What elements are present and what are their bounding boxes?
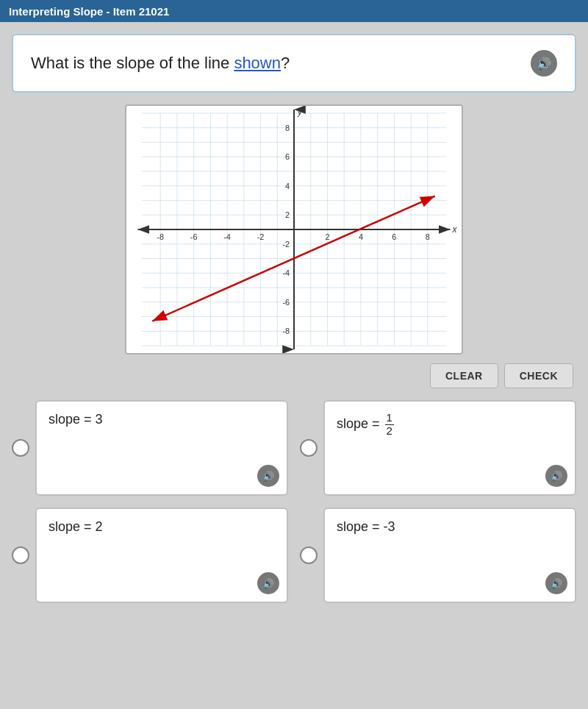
svg-text:x: x — [451, 224, 457, 235]
choice-a-speaker[interactable]: 🔊 — [257, 465, 279, 487]
svg-text:-4: -4 — [282, 268, 290, 277]
svg-text:-6: -6 — [190, 232, 198, 241]
choice-b-radio[interactable] — [300, 439, 318, 457]
title-bar: Interpreting Slope - Item 21021 — [0, 0, 588, 22]
svg-text:-4: -4 — [223, 232, 231, 241]
clear-button[interactable]: CLEAR — [430, 363, 498, 388]
choice-a-label: slope = 3 — [49, 412, 103, 427]
choice-b-speaker[interactable]: 🔊 — [545, 465, 567, 487]
choice-c-speaker[interactable]: 🔊 — [257, 572, 279, 594]
question-box: What is the slope of the line shown? 🔊 — [12, 34, 576, 93]
choice-c-radio[interactable] — [12, 546, 29, 564]
choice-c-speaker-icon: 🔊 — [262, 578, 274, 589]
choice-d-label: slope = -3 — [337, 519, 395, 535]
question-text: What is the slope of the line shown? — [31, 54, 290, 73]
svg-text:6: 6 — [392, 232, 396, 241]
svg-text:-8: -8 — [157, 232, 164, 241]
choice-c-wrapper: slope = 2 🔊 — [12, 507, 288, 603]
question-link[interactable]: shown — [234, 54, 281, 72]
svg-text:-8: -8 — [282, 327, 290, 335]
svg-text:6: 6 — [285, 152, 290, 161]
choice-d-radio[interactable] — [300, 546, 318, 564]
choice-c-card[interactable]: slope = 2 🔊 — [35, 507, 288, 603]
choice-d-card[interactable]: slope = -3 🔊 — [323, 507, 576, 603]
svg-text:y: y — [297, 107, 303, 117]
choice-b-card[interactable]: slope = 12 🔊 — [323, 400, 576, 496]
svg-text:4: 4 — [285, 182, 290, 190]
svg-text:-6: -6 — [282, 298, 290, 307]
main-content: What is the slope of the line shown? 🔊 — [0, 22, 588, 709]
svg-text:2: 2 — [325, 232, 329, 241]
svg-text:-2: -2 — [257, 232, 265, 241]
graph-container: -8 -6 -4 -2 2 4 6 8 x 8 6 4 2 -2 -4 -6 -… — [125, 104, 463, 354]
question-text-before: What is the slope of the line — [31, 54, 234, 72]
choices-grid: slope = 3 🔊 slope = 12 🔊 slope = — [12, 400, 576, 603]
title-text: Interpreting Slope - Item 21021 — [9, 5, 169, 18]
svg-text:8: 8 — [426, 232, 430, 241]
choice-b-speaker-icon: 🔊 — [551, 471, 562, 482]
choice-a-speaker-icon: 🔊 — [262, 471, 274, 482]
choice-b-label: slope = 12 — [337, 412, 394, 437]
choice-d-speaker-icon: 🔊 — [551, 578, 562, 589]
fraction-half: 12 — [385, 412, 394, 437]
svg-text:-2: -2 — [282, 240, 290, 249]
question-speaker-icon: 🔊 — [537, 57, 551, 71]
question-text-after: ? — [281, 54, 290, 72]
question-speaker-button[interactable]: 🔊 — [531, 50, 557, 76]
choice-c-label: slope = 2 — [49, 519, 103, 535]
choice-d-speaker[interactable]: 🔊 — [545, 572, 567, 594]
choice-d-wrapper: slope = -3 🔊 — [300, 507, 576, 603]
buttons-row: CLEAR CHECK — [12, 363, 576, 388]
choice-a-card[interactable]: slope = 3 🔊 — [35, 400, 288, 496]
check-button[interactable]: CHECK — [504, 363, 573, 388]
svg-text:2: 2 — [285, 210, 290, 219]
choice-a-wrapper: slope = 3 🔊 — [12, 400, 288, 496]
svg-text:4: 4 — [359, 232, 363, 241]
choice-b-wrapper: slope = 12 🔊 — [300, 400, 576, 496]
graph-svg: -8 -6 -4 -2 2 4 6 8 x 8 6 4 2 -2 -4 -6 -… — [126, 106, 462, 353]
svg-text:8: 8 — [285, 124, 290, 132]
choice-a-radio[interactable] — [12, 439, 29, 457]
